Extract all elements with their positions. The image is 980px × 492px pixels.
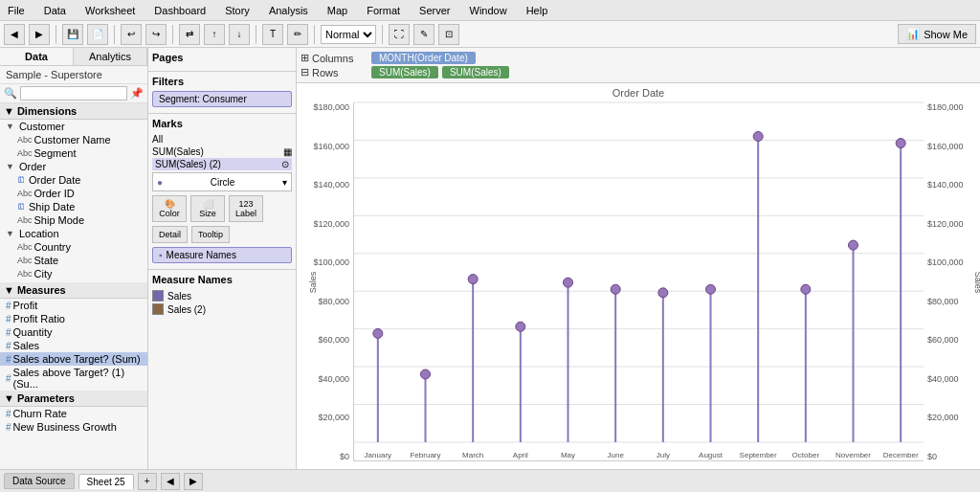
- measure-sales-above-target-2[interactable]: # Sales above Target? (1) (Su...: [0, 366, 147, 391]
- marks-detail-btn[interactable]: Detail: [152, 226, 188, 243]
- mark-type-dropdown[interactable]: ● Circle ▾: [152, 172, 292, 191]
- label-label: Label: [235, 209, 256, 218]
- dim-ship-date-label: Ship Date: [29, 201, 75, 212]
- parameters-header[interactable]: ▼ Parameters: [0, 391, 147, 407]
- menu-help[interactable]: Help: [523, 3, 552, 18]
- shelf-area: ⊞ Columns MONTH(Order Date) ⊟ Rows SUM(S…: [297, 48, 980, 83]
- param-churn[interactable]: # Churn Rate: [0, 407, 147, 420]
- dim-ship-date[interactable]: 🗓 Ship Date: [0, 200, 147, 213]
- dim-segment[interactable]: Abc Segment: [0, 146, 147, 160]
- dim-city-label: City: [34, 268, 53, 280]
- menu-window[interactable]: Window: [466, 3, 511, 18]
- group-customer[interactable]: ▼ Customer: [0, 120, 147, 133]
- toolbar-forward[interactable]: ▶: [29, 24, 50, 45]
- expand-icon: ▼: [4, 105, 14, 117]
- svg-point-23: [564, 278, 573, 287]
- menu-map[interactable]: Map: [323, 3, 351, 18]
- y-tick-0-l: $0: [340, 452, 349, 461]
- tab-datasource[interactable]: Data Source: [4, 473, 75, 489]
- sales-color-swatch: [152, 290, 164, 302]
- marks-color-btn[interactable]: 🎨 Color: [152, 195, 187, 222]
- dimensions-header[interactable]: ▼ Dimensions: [0, 103, 147, 120]
- menu-server[interactable]: Server: [415, 3, 454, 18]
- svg-point-14: [421, 369, 431, 379]
- marks-tooltip-btn[interactable]: Tooltip: [191, 226, 230, 243]
- toolbar-sort-desc[interactable]: ↓: [229, 24, 250, 45]
- filters-section: Filters Segment: Consumer: [148, 72, 296, 114]
- toolbar-sort-asc[interactable]: ↑: [204, 24, 225, 45]
- group-order[interactable]: ▼ Order: [0, 160, 147, 173]
- toolbar-new[interactable]: 📄: [87, 24, 108, 45]
- marks-label-btn[interactable]: 123 Label: [229, 195, 263, 222]
- add-sheet-btn[interactable]: +: [138, 473, 157, 490]
- dim-customer-name-label: Customer Name: [34, 134, 111, 145]
- marks-sumsales2-row[interactable]: SUM(Sales) (2) ⊙: [152, 158, 292, 170]
- y-tick-0-r: $0: [927, 452, 937, 461]
- dim-city[interactable]: Abc City: [0, 267, 147, 280]
- measure-profit-ratio[interactable]: # Profit Ratio: [0, 312, 147, 325]
- show-me-button[interactable]: 📊 Show Me: [898, 24, 976, 44]
- toolbar-marks[interactable]: ✏: [287, 24, 308, 45]
- menu-format[interactable]: Format: [363, 3, 404, 18]
- hash-icon-3: #: [6, 327, 11, 338]
- tab-data[interactable]: Data: [0, 48, 74, 65]
- measure-quantity[interactable]: # Quantity: [0, 325, 147, 339]
- y-tick-160k-l: $160,000: [313, 142, 349, 151]
- toolbar-back[interactable]: ◀: [4, 24, 25, 45]
- measure-profit[interactable]: # Profit: [0, 299, 147, 312]
- menu-file[interactable]: File: [4, 3, 29, 18]
- dim-order-date[interactable]: 🗓 Order Date: [0, 173, 147, 187]
- menu-dashboard[interactable]: Dashboard: [150, 3, 210, 18]
- param-nbg-label: New Business Growth: [13, 421, 117, 433]
- svg-point-17: [468, 275, 478, 284]
- color-icon: 🎨: [165, 199, 175, 209]
- toolbar-undo[interactable]: ↩: [121, 24, 142, 45]
- mn-sales2-label: Sales (2): [167, 304, 206, 315]
- bar-icon: ▦: [283, 146, 292, 157]
- menu-analysis[interactable]: Analysis: [265, 3, 312, 18]
- dim-customer-name[interactable]: Abc Customer Name: [0, 133, 147, 146]
- dim-state[interactable]: Abc State: [0, 254, 147, 267]
- menu-story[interactable]: Story: [221, 3, 254, 18]
- param-nbg[interactable]: # New Business Growth: [0, 420, 147, 434]
- measures-header[interactable]: ▼ Measures: [0, 282, 147, 299]
- measure-names-icon: ▪: [159, 250, 163, 260]
- toolbar-pen[interactable]: ✎: [413, 24, 434, 45]
- sheet-nav-right[interactable]: ▶: [184, 473, 203, 490]
- bottom-bar: Data Source Sheet 25 + ◀ ▶: [0, 469, 980, 492]
- rows-pill-2[interactable]: SUM(Sales): [442, 66, 509, 78]
- measure-quantity-label: Quantity: [13, 326, 53, 338]
- menu-worksheet[interactable]: Worksheet: [81, 3, 139, 18]
- mode-select[interactable]: Normal: [321, 25, 376, 44]
- rows-pill-1[interactable]: SUM(Sales): [371, 66, 438, 78]
- measure-sales-label: Sales: [13, 340, 40, 351]
- toolbar-save[interactable]: 💾: [62, 24, 83, 45]
- sheet-nav-left[interactable]: ◀: [161, 473, 180, 490]
- toolbar-swap[interactable]: ⇄: [179, 24, 200, 45]
- filter-segment[interactable]: Segment: Consumer: [152, 91, 292, 107]
- hash-icon: #: [6, 301, 11, 311]
- tab-sheet25[interactable]: Sheet 25: [78, 474, 134, 489]
- svg-text:November: November: [835, 451, 871, 459]
- tab-analytics[interactable]: Analytics: [74, 48, 147, 65]
- toolbar-fit[interactable]: ⛶: [389, 24, 410, 45]
- y-tick-20k-l: $20,000: [318, 413, 349, 422]
- toolbar-redo[interactable]: ↪: [145, 24, 167, 45]
- toolbar-crop[interactable]: ⊡: [438, 24, 459, 45]
- measure-names-button[interactable]: ▪ Measure Names: [152, 247, 292, 263]
- tooltip-label: Tooltip: [198, 230, 223, 239]
- columns-pill-1[interactable]: MONTH(Order Date): [371, 52, 476, 64]
- toolbar-text[interactable]: T: [262, 24, 283, 45]
- search-input[interactable]: [20, 86, 127, 101]
- dim-country[interactable]: Abc Country: [0, 240, 147, 254]
- y-tick-60k-r: $60,000: [927, 335, 959, 345]
- menu-data[interactable]: Data: [40, 3, 70, 18]
- group-location[interactable]: ▼ Location: [0, 227, 147, 240]
- marks-size-btn[interactable]: ⬜ Size: [190, 195, 225, 222]
- dim-order-id[interactable]: Abc Order ID: [0, 187, 147, 200]
- measure-sales-above-target[interactable]: # Sales above Target? (Sum): [0, 352, 147, 366]
- hash-icon-6: #: [6, 373, 11, 384]
- measure-sales[interactable]: # Sales: [0, 339, 147, 352]
- dim-ship-mode[interactable]: Abc Ship Mode: [0, 213, 147, 227]
- marks-sumsales-row: SUM(Sales) ▦: [152, 145, 292, 158]
